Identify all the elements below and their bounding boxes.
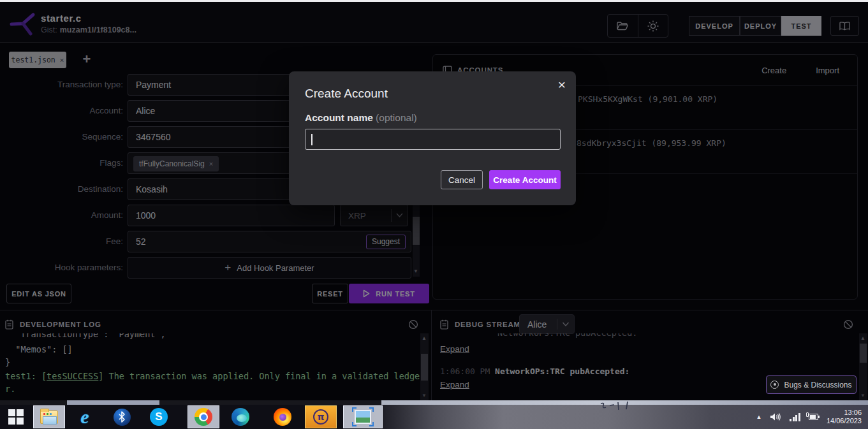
screen: starter.c Gist:muzam1l/1f8109c8... DEVEL… — [0, 0, 868, 429]
taskbar-skype[interactable]: S — [143, 405, 175, 428]
bugs-discussions-label: Bugs & Discussions — [784, 381, 851, 389]
desktop-sliver — [0, 400, 868, 405]
taskbar-clock[interactable]: 13:06 14/06/2023 — [827, 409, 862, 426]
internet-explorer-icon: e — [80, 409, 89, 425]
edge-icon — [232, 408, 249, 426]
firefox-icon — [274, 408, 291, 426]
account-name-input[interactable] — [305, 129, 561, 150]
taskbar-file-explorer[interactable] — [33, 405, 65, 428]
taskbar-edge[interactable] — [224, 405, 256, 428]
start-button[interactable] — [0, 405, 32, 428]
bugs-discussions-button[interactable]: Bugs & Discussions — [766, 375, 857, 394]
cancel-button[interactable]: Cancel — [441, 170, 483, 189]
text-caret — [311, 134, 313, 145]
photos-icon — [355, 410, 371, 424]
taskbar-firefox[interactable] — [267, 405, 298, 428]
discussion-icon — [770, 381, 779, 389]
network-signal-icon[interactable] — [790, 413, 800, 421]
tray-date: 14/06/2023 — [827, 417, 862, 426]
system-tray: ▲ 13:06 14/06/2023 — [756, 405, 868, 429]
taskbar-chrome[interactable] — [188, 405, 219, 428]
battery-icon[interactable] — [809, 414, 818, 420]
chrome-icon — [195, 408, 212, 426]
file-explorer-icon — [40, 411, 58, 424]
pi-network-icon: π — [313, 409, 328, 425]
account-name-label: Account name (optional) — [305, 112, 417, 124]
taskbar-photos[interactable] — [343, 405, 383, 428]
volume-icon[interactable] — [770, 412, 781, 421]
modal-title: Create Account — [305, 87, 388, 101]
close-icon[interactable]: × — [558, 77, 566, 92]
taskbar-pi-network[interactable]: π — [305, 405, 337, 428]
taskbar-internet-explorer[interactable]: e — [69, 405, 101, 428]
wallpaper-scribble — [597, 401, 635, 414]
skype-icon: S — [150, 408, 168, 426]
optional-hint: (optional) — [373, 112, 417, 123]
taskbar-bluetooth[interactable] — [106, 405, 138, 428]
window-top-edge — [0, 0, 868, 2]
create-account-modal: × Create Account Account name (optional)… — [289, 71, 576, 205]
tray-time: 13:06 — [827, 409, 862, 418]
windows-taskbar: e S π ▲ 13:06 14/06/20 — [0, 405, 868, 429]
bluetooth-icon — [114, 409, 131, 426]
show-hidden-icons-button[interactable]: ▲ — [756, 414, 762, 420]
create-account-submit-button[interactable]: Create Account — [489, 170, 561, 189]
windows-logo-icon — [8, 409, 24, 425]
